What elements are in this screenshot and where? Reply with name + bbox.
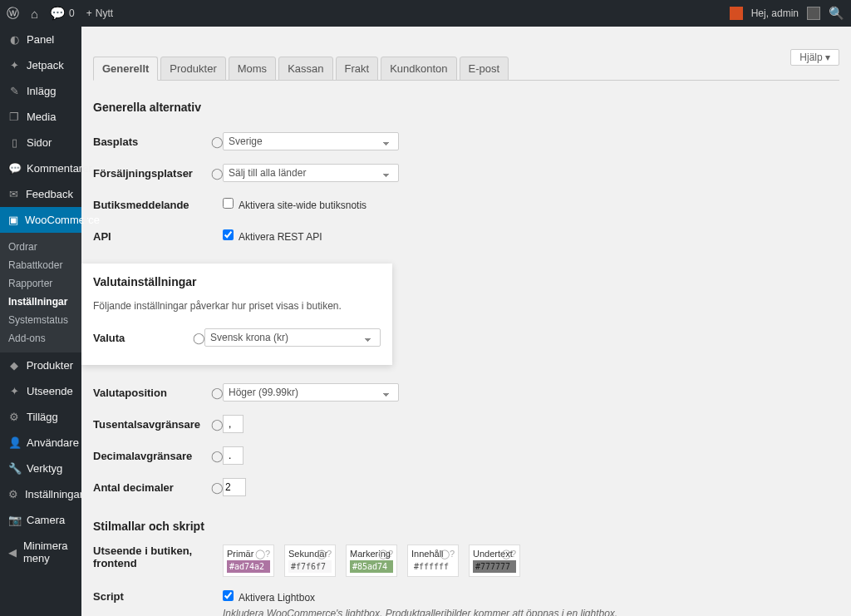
color-swatch[interactable]: Sekundär◯?#f7f6f7 [284, 545, 336, 577]
sidebar-item-produkter[interactable]: ◆Produkter [0, 352, 81, 378]
help-icon[interactable]: ◯? [211, 387, 223, 399]
chevron-down-icon: ▾ [825, 52, 830, 63]
color-swatch[interactable]: Innehåll◯?#ffffff [407, 545, 459, 577]
styles-heading: Stilmallar och skript [93, 520, 839, 533]
help-icon[interactable]: ◯? [211, 136, 223, 148]
currency-pos-label: Valutaposition [93, 387, 211, 399]
tab-frakt[interactable]: Frakt [336, 57, 379, 81]
decimal-sep-input[interactable] [223, 446, 243, 465]
sidebar-item-media[interactable]: ❐Media [0, 104, 81, 130]
content-area: Hjälp ▾ GenerelltProdukterMomsKassanFrak… [81, 27, 851, 616]
menu-icon: ◐ [8, 33, 20, 46]
sidebar-item-woocommerce[interactable]: ▣WooCommerce [0, 207, 81, 233]
thousand-sep-label: Tusentalsavgränsare [93, 418, 211, 431]
help-icon[interactable]: ◯? [211, 481, 223, 494]
sidebar-item-feedback[interactable]: ✉Feedback [0, 181, 81, 207]
settings-tabs: GenerelltProdukterMomsKassanFraktKundkon… [93, 57, 839, 81]
selling-locations-label: Försäljningsplatser [93, 167, 211, 180]
sidebar-item-användare[interactable]: 👤Användare [0, 430, 81, 456]
lightbox-checkbox[interactable] [223, 590, 234, 601]
decimals-input[interactable] [223, 478, 246, 496]
plus-icon: + [86, 7, 92, 19]
menu-icon: ▣ [8, 214, 18, 226]
submenu-item[interactable]: Inställningar [0, 293, 81, 311]
sidebar-label: Minimera meny [23, 540, 73, 564]
sidebar-label: Sidor [27, 136, 52, 149]
home-icon[interactable]: ⌂ [31, 7, 38, 21]
general-heading: Generella alternativ [93, 101, 839, 114]
user-greeting[interactable]: Hej, admin [751, 7, 799, 19]
sidebar-item-kommentarer[interactable]: 💬Kommentarer [0, 155, 81, 181]
menu-icon: ❐ [8, 111, 20, 123]
menu-icon: 👤 [8, 436, 20, 449]
new-link[interactable]: +Nytt [86, 7, 113, 19]
selling-locations-select[interactable]: Sälj till alla länder [223, 164, 399, 182]
color-swatch[interactable]: Undertext◯?#777777 [469, 545, 520, 577]
sidebar-item-minimera meny[interactable]: ◀Minimera meny [0, 533, 81, 571]
sidebar-item-utseende[interactable]: ✦Utseende [0, 378, 81, 404]
search-icon[interactable]: 🔍 [829, 6, 844, 21]
wordpress-logo-icon[interactable]: ⓦ [7, 6, 19, 22]
base-location-select[interactable]: Sverige [223, 132, 399, 150]
notification-badge[interactable] [730, 7, 743, 20]
menu-icon: ✦ [8, 385, 20, 397]
sidebar-item-verktyg[interactable]: 🔧Verktyg [0, 456, 81, 481]
currency-select[interactable]: Svensk krona (kr) [204, 328, 381, 347]
help-icon[interactable]: ◯? [193, 332, 204, 344]
sidebar-item-inlägg[interactable]: ✎Inlägg [0, 78, 81, 104]
store-notice-checkbox-label: Aktivera site-wide butiksnotis [239, 200, 366, 211]
new-label: Nytt [96, 7, 113, 19]
script-label: Script [93, 590, 211, 603]
menu-icon: ▯ [8, 136, 20, 149]
help-icon: ◯? [255, 549, 270, 559]
menu-icon: ✉ [8, 188, 19, 200]
currency-pos-select[interactable]: Höger (99.99kr) [223, 383, 399, 402]
tab-kassan[interactable]: Kassan [278, 57, 332, 81]
help-icon[interactable]: ◯? [211, 167, 223, 180]
sidebar-label: Feedback [26, 188, 73, 200]
sidebar-label: Inställningar [25, 488, 83, 500]
help-icon: ◯? [378, 549, 393, 559]
tab-generellt[interactable]: Generellt [93, 57, 158, 81]
base-location-label: Basplats [93, 136, 211, 148]
help-icon[interactable]: ◯? [211, 450, 223, 462]
menu-icon: ◆ [8, 359, 20, 372]
submenu-item[interactable]: Rapporter [0, 274, 81, 293]
store-notice-checkbox[interactable] [223, 198, 234, 209]
sidebar-item-camera[interactable]: 📷Camera [0, 507, 81, 533]
comments-link[interactable]: 💬0 [50, 6, 75, 21]
tab-produkter[interactable]: Produkter [160, 57, 225, 81]
frontend-styles-label: Utseende i butiken, frontend [93, 545, 211, 569]
api-checkbox-label: Aktivera REST API [239, 231, 322, 243]
help-icon[interactable]: ◯? [211, 418, 223, 431]
store-notice-label: Butiksmeddelande [93, 199, 211, 211]
tab-e-post[interactable]: E-post [460, 57, 509, 81]
sidebar-label: Verktyg [27, 462, 62, 475]
sidebar-item-tillägg[interactable]: ⚙Tillägg [0, 404, 81, 430]
submenu-item[interactable]: Ordrar [0, 238, 81, 256]
tab-kundkonton[interactable]: Kundkonton [381, 57, 456, 81]
sidebar-item-inställningar[interactable]: ⚙Inställningar [0, 481, 81, 507]
color-swatch[interactable]: Primär◯?#ad74a2 [223, 545, 274, 577]
help-tab[interactable]: Hjälp ▾ [790, 49, 839, 66]
color-swatch[interactable]: Markering◯?#85ad74 [346, 545, 397, 577]
sidebar-label: Jetpack [27, 59, 64, 71]
api-label: API [93, 230, 211, 243]
submenu-item[interactable]: Systemstatus [0, 311, 81, 329]
sidebar-item-jetpack[interactable]: ✦Jetpack [0, 52, 81, 78]
currency-label: Valuta [93, 332, 193, 344]
api-checkbox[interactable] [223, 229, 234, 240]
tab-moms[interactable]: Moms [229, 57, 276, 81]
sidebar-item-sidor[interactable]: ▯Sidor [0, 130, 81, 155]
submenu-item[interactable]: Add-ons [0, 329, 81, 347]
lightbox-desc: Inkludera WooCommerce's lightbox. Produk… [223, 608, 839, 616]
sidebar-item-panel[interactable]: ◐Panel [0, 27, 81, 52]
currency-heading: Valutainställningar [93, 275, 381, 288]
submenu-item[interactable]: Rabattkoder [0, 256, 81, 274]
comment-icon: 💬 [50, 6, 66, 21]
avatar[interactable] [807, 7, 820, 20]
sidebar-label: Media [27, 111, 56, 123]
sidebar-label: Produkter [27, 359, 73, 372]
help-icon: ◯? [501, 549, 516, 559]
thousand-sep-input[interactable] [223, 415, 243, 433]
